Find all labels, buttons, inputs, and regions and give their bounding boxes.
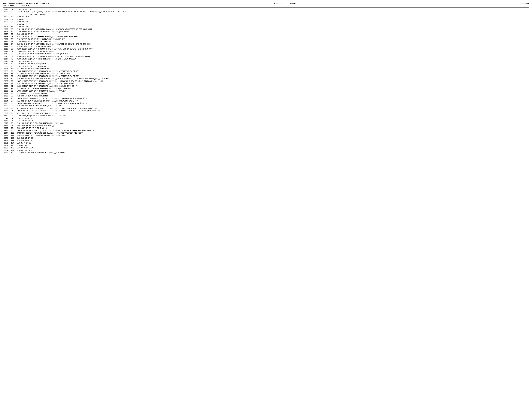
row-text: ТПР-НТ21-05 П3-088(=21)' 18' 0,22' ПРОБК… (16, 97, 529, 100)
row-num1: 2325 (3, 78, 10, 80)
row-num2: 67 (10, 50, 16, 53)
row-num1: 2348 (3, 134, 10, 137)
table-row: 231669C130-1953(=23)' 2' ' СТОИМОСТЬ НАС… (3, 55, 529, 58)
header-program-title: ПРОГРАММНЫЙ КОМПЛЕКС АВС-ЗЕС ( РЕДАКЦИЯ … (3, 2, 51, 4)
table-row: 2355108E16-207 20-1' 14' ' ШТУЦЕРЫ СТАЛЬ… (3, 152, 529, 154)
row-num1: 2308 (3, 36, 10, 38)
row-num1: 2332 (3, 95, 10, 97)
table-row: 2324771724-50484(=23)* 1' ' СТОИМОСТЬ РЕ… (3, 75, 529, 78)
row-num2: 59 (10, 31, 16, 33)
row-num2: 103 (10, 139, 16, 142)
header-center: - 353 - 24866-11 (274, 2, 298, 4)
row-num1: 2339 (3, 112, 10, 115)
row-num1: 2350 (3, 139, 10, 142)
row-text: F16-39 7-1' 1,0* (16, 149, 529, 152)
row-text: 2307-1^393(=23)' 1' ' СТОИМОСТЬ ВЕНТИЛОР… (16, 80, 529, 82)
row-num1: 2301 (3, 18, 10, 21)
row-num1: 2342 (3, 120, 10, 122)
row-text: 411-390-1' 1' ' МОНТАЖ РЕГУЛЯТОРА РТ-15* (16, 68, 529, 70)
table-row: 232174411-390-1' 1' ' МОНТАЖ РЕГУЛЯТОРА … (3, 68, 529, 70)
row-text: C130-93' 2* (16, 21, 529, 23)
row-text: 412-698-5' 13' ' ТОЖЕ СКОШЕННЫЕ* (16, 95, 529, 97)
row-num2: 61 (10, 36, 16, 38)
table-row: 230356C130-94' 6* (3, 23, 529, 26)
row-text: 1784-50480(=23)' 1' ' СТОИМОСТЬ РЕГУЛЯТО… (16, 70, 529, 73)
table-row: 2350103E18-214 14-2' 1* (3, 139, 529, 142)
table-row: 2351104E16-35 7-1' 90 (3, 142, 529, 144)
row-text: E16-36 7-1' 6* (16, 144, 529, 147)
table-row: 231871E18-228 15-4' 18* (3, 60, 529, 63)
row-num1: 2349 (3, 137, 10, 139)
row-num2: 102 (10, 137, 16, 139)
row-num2: 87 (10, 100, 16, 102)
row-text: 412-935-1(А5,1,25) Т,4,П28' 7' ' МОНТАЖ … (16, 107, 529, 110)
table-row: 233386ТПР-НТ21-05 П3-088(=21)' 18' 0,22'… (3, 97, 529, 100)
row-num2: 88 (10, 102, 16, 105)
row-num1: 2335 (3, 102, 10, 105)
row-text: 411-541-2' 2' ' МОНТАЖ КЛАПАНОВ РЕГУЛИРУ… (16, 88, 529, 90)
row-num2: 80 (10, 82, 16, 85)
table-row: 230861E18-179 10-1' 2' ' ГРЕБЕНКИ РАСПРЕ… (3, 36, 529, 38)
table-row: 231265E18-91 3-1,6' 1' ' ТОЖЕ 06-89Х4000… (3, 45, 529, 48)
row-num1: 2298 (3, 8, 10, 11)
row-text: E16-35 7-1' 90 (16, 142, 529, 144)
row-num2: 74 (10, 68, 16, 70)
row-num2: 96 (10, 122, 16, 125)
row-num1: 2305 (3, 28, 10, 31)
row-num1: 2354 (3, 149, 10, 152)
table-row: 230053C130-91' 40* (3, 16, 529, 18)
row-text: E16-118 12-2' 2* (16, 120, 529, 122)
row-text: 412-880-1' 1' '.МОНТАЖ ВЕНТИЛЯ СОЛЕНОИДН… (16, 78, 529, 80)
row-num2: 98 (10, 127, 16, 130)
row-text: ТПР-НТ23-07 ДОП63 П1-3328(=23)' 7' 78,0'… (16, 110, 529, 112)
table-row: 234194E16-117 12-1' 2* (3, 117, 529, 120)
table-row: 230154C130-92' 6* (3, 18, 529, 21)
row-num1: 2327 (3, 82, 10, 85)
row-num1: 2330 (3, 90, 10, 92)
row-num1: 2304 (3, 26, 10, 28)
row-text: E16-136 12-2' 2' ' УСТАНОВКА ЗАДВИЖЕК 30… (16, 82, 529, 85)
row-num2: 68 (10, 53, 16, 55)
row-text: E16-38 7-1' 5,2* (16, 147, 529, 149)
table-row: 234699ТПР-НТ05-17 71-2691(=21)' 4,4' 4,5… (3, 130, 529, 132)
row-text: E18-179 10-1' 2' ' ГРЕБЕНКИ РАСПРЕДЕЛИТЕ… (16, 36, 529, 38)
table-row: 2322751784-50480(=23)' 1' ' СТОИМОСТЬ РЕ… (3, 70, 529, 73)
row-num2: 56 (10, 23, 16, 26)
row-num2: 108 (10, 152, 16, 154)
row-num2: 79 (10, 80, 16, 82)
row-text: 1704-50064(=23)' 2' ' СТОИМОСТЬ КЛАПАНОВ… (16, 90, 529, 92)
row-num2: 84 (10, 92, 16, 95)
row-text: 411-642-1' 15' ' ОТБОРНЫЕ УСТРОЙСТВА ДЛЯ… (16, 100, 529, 102)
table-row: 233184412-698-1' 5' ' БОБЫШКИ ПРЯМЫЕ* (3, 92, 529, 95)
table-row: 230760E18-186 11-2' 2* (3, 33, 529, 36)
row-text: C130-2268* 1' ' СТОИМОСТЬ КЛАПАНА 16Ч35Р… (16, 31, 529, 33)
row-num2: 85 (10, 95, 16, 97)
row-text: 412-698-1' 5' ' БОБЫШКИ ПРЯМЫЕ* (16, 92, 529, 95)
table-row: 234295E16-118 12-2' 2* (3, 120, 529, 122)
table-row: 229851E16-22P 22' 67* (3, 8, 529, 11)
table-row: 232376411-390-1' 1' ' МОНТАЖ РЕГУЛЯТОРА … (3, 73, 529, 75)
row-num2: 99 (10, 130, 16, 132)
data-table: 229851E16-22P 22' 67*229952E16-35 7-1(A2… (3, 8, 529, 154)
row-num2: 78 (10, 78, 16, 80)
table-row: 2347100ПРИВУЗЛЫ ОБВЯЗКИ РЕГУЛИРУЮЩИХ КЛА… (3, 132, 529, 134)
row-num1: 2317 (3, 58, 10, 60)
row-num1: 2333 (3, 97, 10, 100)
row-num1: 2318 (3, 60, 10, 63)
table-row: 230255C130-93' 2* (3, 21, 529, 23)
table-row: 232780E16-136 12-2' 2' ' УСТАНОВКА ЗАДВИ… (3, 82, 529, 85)
row-text: E18-226 15-2' 15' ' МАНОМЕТРЫ* (16, 65, 529, 68)
row-num2: 106 (10, 147, 16, 149)
table-row: 2326792307-1^393(=23)' 1' ' СТОИМОСТЬ ВЕ… (3, 80, 529, 82)
row-text: C130-1953(=23)' 2' ' СТОИМОСТЬ НАСОСОВ 4… (16, 55, 529, 58)
row-num1: 2351 (3, 142, 10, 144)
row-text: ПРИВУЗЛЫ ОБВЯЗКИ РЕГУЛИРУЮЩИХ КЛАПАНОВ У… (16, 132, 529, 134)
row-num1: 2302 (3, 21, 10, 23)
row-num2: 81 (10, 85, 16, 88)
row-text: ТПР-НТ24-18-29 Н06-014(=23)' 15' 2,8' СТ… (16, 102, 529, 105)
table-row: 2330831704-50064(=23)' 2' ' СТОИМОСТЬ КЛ… (3, 90, 529, 92)
table-row: 232982411-541-2' 2' ' МОНТАЖ КЛАПАНОВ РЕ… (3, 88, 529, 90)
table-row: 233790412-935-1(А5,1,25) Т,4,П28' 7' ' М… (3, 107, 529, 110)
table-row: 232881C130-22481(=21)' 2' ' СТОИМОСТЬ ЗА… (3, 85, 529, 88)
table-row: 233689412-698-11' 14' ' РАСШИРИТЕЛИ ДИАМ… (3, 105, 529, 107)
